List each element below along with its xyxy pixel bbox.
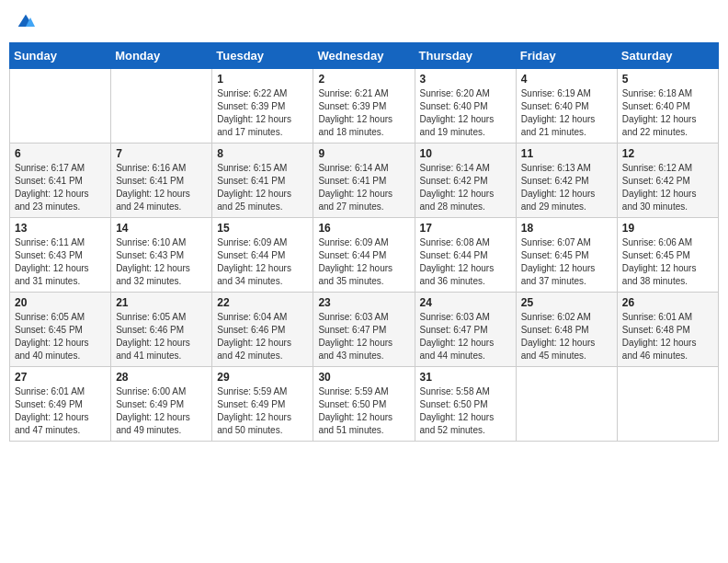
calendar-cell: 6Sunrise: 6:17 AM Sunset: 6:41 PM Daylig…	[10, 144, 111, 218]
logo-icon	[17, 13, 35, 31]
day-info: Sunrise: 6:16 AM Sunset: 6:41 PM Dayligh…	[116, 162, 207, 213]
day-number: 23	[318, 296, 409, 309]
calendar-cell: 4Sunrise: 6:19 AM Sunset: 6:40 PM Daylig…	[516, 69, 617, 144]
day-info: Sunrise: 6:22 AM Sunset: 6:39 PM Dayligh…	[217, 87, 308, 139]
calendar-cell: 9Sunrise: 6:14 AM Sunset: 6:41 PM Daylig…	[313, 144, 415, 218]
calendar-week-row: 13Sunrise: 6:11 AM Sunset: 6:43 PM Dayli…	[10, 218, 719, 293]
day-info: Sunrise: 6:01 AM Sunset: 6:48 PM Dayligh…	[622, 311, 713, 362]
calendar-cell: 3Sunrise: 6:20 AM Sunset: 6:40 PM Daylig…	[415, 69, 516, 144]
day-info: Sunrise: 6:04 AM Sunset: 6:46 PM Dayligh…	[217, 311, 308, 362]
day-number: 10	[420, 147, 511, 160]
day-info: Sunrise: 6:13 AM Sunset: 6:42 PM Dayligh…	[521, 162, 612, 213]
day-info: Sunrise: 6:09 AM Sunset: 6:44 PM Dayligh…	[217, 236, 308, 288]
day-info: Sunrise: 6:15 AM Sunset: 6:41 PM Dayligh…	[217, 162, 308, 213]
day-number: 12	[622, 147, 713, 160]
day-number: 21	[116, 296, 207, 309]
calendar-header-row: SundayMondayTuesdayWednesdayThursdayFrid…	[10, 43, 719, 69]
calendar-cell: 11Sunrise: 6:13 AM Sunset: 6:42 PM Dayli…	[516, 144, 617, 218]
day-number: 27	[15, 371, 106, 384]
day-info: Sunrise: 6:10 AM Sunset: 6:43 PM Dayligh…	[116, 236, 207, 288]
day-info: Sunrise: 6:08 AM Sunset: 6:44 PM Dayligh…	[420, 236, 511, 288]
day-info: Sunrise: 5:58 AM Sunset: 6:50 PM Dayligh…	[420, 385, 511, 437]
header	[9, 9, 719, 35]
day-number: 14	[116, 222, 207, 235]
day-info: Sunrise: 6:12 AM Sunset: 6:42 PM Dayligh…	[622, 162, 713, 213]
calendar-cell: 21Sunrise: 6:05 AM Sunset: 6:46 PM Dayli…	[111, 293, 212, 367]
header-wednesday: Wednesday	[313, 43, 415, 69]
day-number: 8	[217, 147, 308, 160]
day-number: 17	[420, 222, 511, 235]
day-number: 11	[521, 147, 612, 160]
calendar-cell: 29Sunrise: 5:59 AM Sunset: 6:49 PM Dayli…	[212, 367, 313, 442]
calendar-cell: 1Sunrise: 6:22 AM Sunset: 6:39 PM Daylig…	[212, 69, 313, 144]
header-friday: Friday	[516, 43, 617, 69]
calendar-week-row: 27Sunrise: 6:01 AM Sunset: 6:49 PM Dayli…	[10, 367, 719, 442]
day-number: 9	[318, 147, 409, 160]
day-info: Sunrise: 6:11 AM Sunset: 6:43 PM Dayligh…	[15, 236, 106, 288]
day-number: 20	[15, 296, 106, 309]
day-number: 13	[15, 222, 106, 235]
day-info: Sunrise: 6:14 AM Sunset: 6:41 PM Dayligh…	[318, 162, 409, 213]
calendar-cell: 10Sunrise: 6:14 AM Sunset: 6:42 PM Dayli…	[415, 144, 516, 218]
calendar-cell: 17Sunrise: 6:08 AM Sunset: 6:44 PM Dayli…	[415, 218, 516, 293]
day-number: 19	[622, 222, 713, 235]
day-number: 24	[420, 296, 511, 309]
calendar-cell: 30Sunrise: 5:59 AM Sunset: 6:50 PM Dayli…	[313, 367, 415, 442]
day-number: 16	[318, 222, 409, 235]
calendar-cell: 25Sunrise: 6:02 AM Sunset: 6:48 PM Dayli…	[516, 293, 617, 367]
day-number: 5	[622, 73, 713, 86]
day-info: Sunrise: 6:02 AM Sunset: 6:48 PM Dayligh…	[521, 311, 612, 362]
day-info: Sunrise: 6:14 AM Sunset: 6:42 PM Dayligh…	[420, 162, 511, 213]
day-number: 4	[521, 73, 612, 86]
calendar-cell: 14Sunrise: 6:10 AM Sunset: 6:43 PM Dayli…	[111, 218, 212, 293]
day-number: 29	[217, 371, 308, 384]
header-thursday: Thursday	[415, 43, 516, 69]
day-info: Sunrise: 6:09 AM Sunset: 6:44 PM Dayligh…	[318, 236, 409, 288]
day-info: Sunrise: 6:03 AM Sunset: 6:47 PM Dayligh…	[420, 311, 511, 362]
calendar-cell	[111, 69, 212, 144]
calendar-cell	[617, 367, 718, 442]
day-info: Sunrise: 6:20 AM Sunset: 6:40 PM Dayligh…	[420, 87, 511, 139]
header-saturday: Saturday	[617, 43, 718, 69]
day-number: 7	[116, 147, 207, 160]
calendar-table: SundayMondayTuesdayWednesdayThursdayFrid…	[9, 42, 719, 442]
calendar-cell: 7Sunrise: 6:16 AM Sunset: 6:41 PM Daylig…	[111, 144, 212, 218]
calendar-cell: 20Sunrise: 6:05 AM Sunset: 6:45 PM Dayli…	[10, 293, 111, 367]
header-monday: Monday	[111, 43, 212, 69]
calendar-cell: 13Sunrise: 6:11 AM Sunset: 6:43 PM Dayli…	[10, 218, 111, 293]
calendar-cell: 24Sunrise: 6:03 AM Sunset: 6:47 PM Dayli…	[415, 293, 516, 367]
day-number: 15	[217, 222, 308, 235]
day-info: Sunrise: 6:19 AM Sunset: 6:40 PM Dayligh…	[521, 87, 612, 139]
calendar-week-row: 1Sunrise: 6:22 AM Sunset: 6:39 PM Daylig…	[10, 69, 719, 144]
calendar-cell: 31Sunrise: 5:58 AM Sunset: 6:50 PM Dayli…	[415, 367, 516, 442]
day-number: 26	[622, 296, 713, 309]
day-number: 18	[521, 222, 612, 235]
day-number: 6	[15, 147, 106, 160]
day-number: 25	[521, 296, 612, 309]
logo	[15, 13, 35, 31]
day-number: 31	[420, 371, 511, 384]
day-info: Sunrise: 6:17 AM Sunset: 6:41 PM Dayligh…	[15, 162, 106, 213]
day-number: 30	[318, 371, 409, 384]
day-number: 22	[217, 296, 308, 309]
day-info: Sunrise: 6:05 AM Sunset: 6:46 PM Dayligh…	[116, 311, 207, 362]
day-info: Sunrise: 6:07 AM Sunset: 6:45 PM Dayligh…	[521, 236, 612, 288]
day-info: Sunrise: 6:00 AM Sunset: 6:49 PM Dayligh…	[116, 385, 207, 437]
calendar-cell	[10, 69, 111, 144]
calendar-cell: 2Sunrise: 6:21 AM Sunset: 6:39 PM Daylig…	[313, 69, 415, 144]
day-info: Sunrise: 6:06 AM Sunset: 6:45 PM Dayligh…	[622, 236, 713, 288]
day-info: Sunrise: 6:21 AM Sunset: 6:39 PM Dayligh…	[318, 87, 409, 139]
day-number: 2	[318, 73, 409, 86]
calendar-week-row: 20Sunrise: 6:05 AM Sunset: 6:45 PM Dayli…	[10, 293, 719, 367]
day-number: 3	[420, 73, 511, 86]
calendar-cell: 15Sunrise: 6:09 AM Sunset: 6:44 PM Dayli…	[212, 218, 313, 293]
calendar-cell	[516, 367, 617, 442]
day-number: 28	[116, 371, 207, 384]
calendar-cell: 22Sunrise: 6:04 AM Sunset: 6:46 PM Dayli…	[212, 293, 313, 367]
calendar-cell: 23Sunrise: 6:03 AM Sunset: 6:47 PM Dayli…	[313, 293, 415, 367]
calendar-week-row: 6Sunrise: 6:17 AM Sunset: 6:41 PM Daylig…	[10, 144, 719, 218]
calendar-cell: 16Sunrise: 6:09 AM Sunset: 6:44 PM Dayli…	[313, 218, 415, 293]
header-sunday: Sunday	[10, 43, 111, 69]
day-info: Sunrise: 6:18 AM Sunset: 6:40 PM Dayligh…	[622, 87, 713, 139]
day-info: Sunrise: 6:05 AM Sunset: 6:45 PM Dayligh…	[15, 311, 106, 362]
